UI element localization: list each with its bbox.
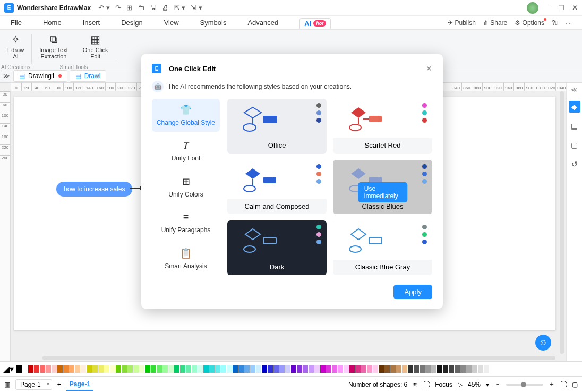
color-swatch[interactable] [466,365,472,373]
color-swatch[interactable] [92,365,98,373]
color-swatch[interactable] [455,365,460,373]
new-icon[interactable]: ⊞ [126,4,132,12]
color-swatch[interactable] [420,365,425,373]
page[interactable]: how to increase sales [14,97,555,330]
color-swatch[interactable] [81,365,86,373]
page-layout-icon[interactable]: ▥ [4,381,10,388]
color-swatch[interactable] [57,365,63,373]
expand-tabs-icon[interactable]: ≫ [3,72,10,80]
color-swatch[interactable] [233,365,238,373]
color-swatch[interactable] [484,365,489,373]
color-swatch[interactable] [145,365,150,373]
color-swatch[interactable] [431,365,437,373]
color-swatch[interactable] [408,365,413,373]
color-swatch[interactable] [98,365,104,373]
fullscreen-icon[interactable]: ▢ [572,381,578,388]
color-swatch[interactable] [238,365,244,373]
color-swatch[interactable] [221,365,226,373]
topic-node[interactable]: how to increase sales [56,182,132,197]
publish-button[interactable]: ✈ Publish [448,19,476,27]
color-swatch[interactable] [425,365,431,373]
color-swatch[interactable] [244,365,250,373]
color-swatch[interactable] [320,365,326,373]
color-swatch[interactable] [384,365,390,373]
color-swatch[interactable] [22,365,28,373]
color-swatch[interactable] [396,365,401,373]
color-swatch[interactable] [314,365,320,373]
color-swatch[interactable] [63,365,69,373]
color-swatch[interactable] [285,365,290,373]
history-icon[interactable]: ↺ [569,158,580,170]
zoom-value[interactable]: 45% [468,381,481,388]
focus-toggle-icon[interactable]: ⛶ [423,381,430,388]
color-swatch[interactable] [34,365,39,373]
color-swatch[interactable] [268,365,273,373]
color-swatch[interactable] [180,365,185,373]
color-swatch[interactable] [361,365,366,373]
color-swatch[interactable] [46,365,51,373]
color-swatch[interactable] [279,365,285,373]
menu-home[interactable]: Home [43,19,62,27]
color-swatch[interactable] [344,365,349,373]
color-swatch[interactable] [437,365,442,373]
color-swatch[interactable] [332,365,337,373]
add-page-icon[interactable]: + [57,381,61,388]
color-swatch[interactable] [349,365,355,373]
color-swatch[interactable] [355,365,361,373]
focus-label[interactable]: Focus [435,381,452,388]
color-swatch[interactable] [303,365,308,373]
zoom-out-icon[interactable]: － [494,380,501,389]
zoom-in-icon[interactable]: ＋ [549,380,555,389]
menu-ai[interactable]: AI hot [299,18,331,29]
maximize-icon[interactable]: ☐ [558,4,564,12]
close-window-icon[interactable]: ✕ [572,4,578,12]
layers-icon[interactable]: ≋ [413,381,418,388]
theme-icon[interactable]: ◆ [569,101,580,113]
color-swatch[interactable] [460,365,466,373]
tab-drawing-1[interactable]: ▤ Drawing1 [13,70,67,82]
color-swatch[interactable] [69,365,74,373]
color-swatch[interactable] [273,365,279,373]
color-swatch[interactable] [309,365,314,373]
page-tab[interactable]: Page-1 [66,378,93,391]
color-swatch[interactable] [174,365,179,373]
minimize-icon[interactable]: — [544,4,551,12]
color-swatch[interactable] [443,365,448,373]
color-swatch[interactable] [104,365,109,373]
color-swatch[interactable] [373,365,378,373]
menu-advanced[interactable]: Advanced [247,19,278,27]
color-swatch[interactable] [110,365,115,373]
collapse-ribbon-icon[interactable]: ︿ [565,18,571,27]
scrollbar-horizontal[interactable] [42,356,555,360]
color-swatch[interactable] [379,365,384,373]
options-button[interactable]: ⚙ Options [515,19,544,27]
color-swatch[interactable] [209,365,215,373]
page-selector[interactable]: Page-1 [15,379,52,390]
zoom-slider[interactable] [506,384,543,386]
color-swatch[interactable] [75,365,80,373]
color-swatch[interactable] [227,365,232,373]
undo-icon[interactable]: ↶ ▾ [98,4,110,12]
color-swatch[interactable] [162,365,168,373]
color-swatch[interactable] [478,365,483,373]
color-swatch[interactable] [122,365,127,373]
color-swatch[interactable] [262,365,267,373]
import-icon[interactable]: ⇲ ▾ [191,4,202,12]
menu-file[interactable]: File [11,19,22,27]
color-swatch[interactable] [203,365,209,373]
color-swatch[interactable] [198,365,203,373]
color-swatch[interactable] [472,365,477,373]
color-swatch[interactable] [186,365,191,373]
menu-insert[interactable]: Insert [83,19,100,27]
color-swatch[interactable] [52,365,57,373]
presentation-icon[interactable]: ▢ [569,139,580,151]
menu-symbols[interactable]: Symbols [200,19,227,27]
color-swatch[interactable] [116,365,121,373]
menu-design[interactable]: Design [121,19,142,27]
color-swatch[interactable] [338,365,343,373]
color-swatch[interactable] [291,365,296,373]
zoom-dropdown-icon[interactable]: ▾ [486,381,489,388]
redo-icon[interactable]: ↷ [115,4,121,12]
ai-chat-fab[interactable]: ☺ [535,335,551,351]
tab-drawing-2[interactable]: ▤ Drawi [70,70,107,82]
